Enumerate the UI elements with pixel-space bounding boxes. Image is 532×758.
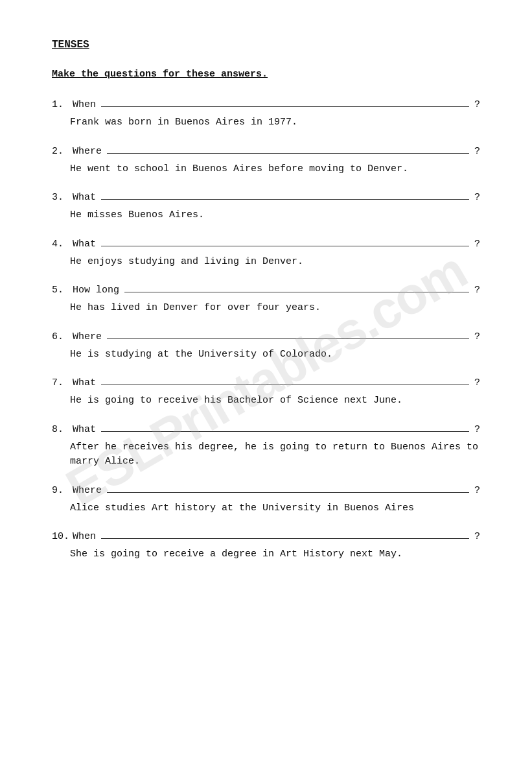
answer-blank-2[interactable] bbox=[107, 142, 469, 154]
answer-blank-4[interactable] bbox=[101, 235, 469, 246]
question-block-2: 2.Where?He went to school in Buenos Aire… bbox=[52, 142, 480, 177]
answer-text-5: He has lived in Denver for over four yea… bbox=[52, 301, 480, 316]
answer-text-6: He is studying at the University of Colo… bbox=[52, 348, 480, 362]
question-line-9: 9.Where? bbox=[52, 481, 480, 496]
answer-text-7: He is going to receive his Bachelor of S… bbox=[52, 394, 480, 409]
answer-text-1: Frank was born in Buenos Aires in 1977. bbox=[52, 115, 480, 130]
answer-blank-6[interactable] bbox=[107, 327, 469, 339]
question-block-5: 5.How long?He has lived in Denver for ov… bbox=[52, 281, 480, 316]
question-number-2: 2. bbox=[52, 146, 70, 157]
question-number-7: 7. bbox=[52, 377, 70, 388]
answer-text-4: He enjoys studying and living in Denver. bbox=[52, 255, 480, 270]
answer-blank-9[interactable] bbox=[107, 481, 469, 493]
question-line-7: 7.What? bbox=[52, 373, 480, 388]
question-line-8: 8.What? bbox=[52, 420, 480, 435]
question-block-3: 3.What?He misses Buenos Aires. bbox=[52, 188, 480, 223]
question-line-5: 5.How long? bbox=[52, 281, 480, 296]
question-word-8: What bbox=[73, 424, 96, 435]
answer-text-10: She is going to receive a degree in Art … bbox=[52, 547, 480, 562]
answer-text-2: He went to school in Buenos Aires before… bbox=[52, 162, 480, 177]
answer-blank-10[interactable] bbox=[101, 527, 469, 539]
question-number-10: 10. bbox=[52, 531, 70, 542]
question-mark-3: ? bbox=[474, 192, 480, 203]
question-block-10: 10.When?She is going to receive a degree… bbox=[52, 527, 480, 562]
question-number-9: 9. bbox=[52, 485, 70, 496]
question-line-1: 1.When? bbox=[52, 95, 480, 110]
question-word-6: Where bbox=[73, 331, 102, 342]
question-word-10: When bbox=[73, 531, 96, 542]
question-number-6: 6. bbox=[52, 331, 70, 342]
question-number-3: 3. bbox=[52, 192, 70, 203]
question-mark-6: ? bbox=[474, 331, 480, 342]
question-block-8: 8.What?After he receives his degree, he … bbox=[52, 420, 480, 469]
question-line-10: 10.When? bbox=[52, 527, 480, 542]
answer-blank-1[interactable] bbox=[101, 95, 469, 107]
question-mark-7: ? bbox=[474, 377, 480, 388]
question-block-4: 4.What?He enjoys studying and living in … bbox=[52, 235, 480, 270]
question-line-2: 2.Where? bbox=[52, 142, 480, 157]
question-word-2: Where bbox=[73, 146, 102, 157]
answer-blank-5[interactable] bbox=[124, 281, 469, 292]
page-title: TENSES bbox=[52, 39, 480, 51]
question-number-5: 5. bbox=[52, 285, 70, 296]
question-line-4: 4.What? bbox=[52, 235, 480, 250]
question-number-4: 4. bbox=[52, 239, 70, 250]
question-mark-8: ? bbox=[474, 424, 480, 435]
answer-blank-3[interactable] bbox=[101, 188, 469, 200]
question-word-7: What bbox=[73, 377, 96, 388]
questions-container: 1.When?Frank was born in Buenos Aires in… bbox=[52, 95, 480, 562]
question-number-1: 1. bbox=[52, 99, 70, 110]
question-number-8: 8. bbox=[52, 424, 70, 435]
question-line-3: 3.What? bbox=[52, 188, 480, 203]
answer-blank-8[interactable] bbox=[101, 420, 469, 432]
question-mark-10: ? bbox=[474, 531, 480, 542]
answer-text-8: After he receives his degree, he is goin… bbox=[52, 440, 480, 469]
question-word-3: What bbox=[73, 192, 96, 203]
answer-text-3: He misses Buenos Aires. bbox=[52, 208, 480, 223]
question-mark-1: ? bbox=[474, 99, 480, 110]
question-mark-9: ? bbox=[474, 485, 480, 496]
instructions: Make the questions for these answers. bbox=[52, 69, 480, 80]
question-block-9: 9.Where?Alice studies Art history at the… bbox=[52, 481, 480, 516]
answer-text-9: Alice studies Art history at the Univers… bbox=[52, 501, 480, 516]
question-line-6: 6.Where? bbox=[52, 327, 480, 342]
question-block-1: 1.When?Frank was born in Buenos Aires in… bbox=[52, 95, 480, 130]
question-mark-2: ? bbox=[474, 146, 480, 157]
question-mark-4: ? bbox=[474, 239, 480, 250]
question-word-1: When bbox=[73, 99, 96, 110]
answer-blank-7[interactable] bbox=[101, 373, 469, 385]
question-mark-5: ? bbox=[474, 285, 480, 296]
question-block-6: 6.Where?He is studying at the University… bbox=[52, 327, 480, 362]
question-word-4: What bbox=[73, 239, 96, 250]
question-word-9: Where bbox=[73, 485, 102, 496]
question-block-7: 7.What?He is going to receive his Bachel… bbox=[52, 373, 480, 409]
question-word-5: How long bbox=[73, 285, 119, 296]
